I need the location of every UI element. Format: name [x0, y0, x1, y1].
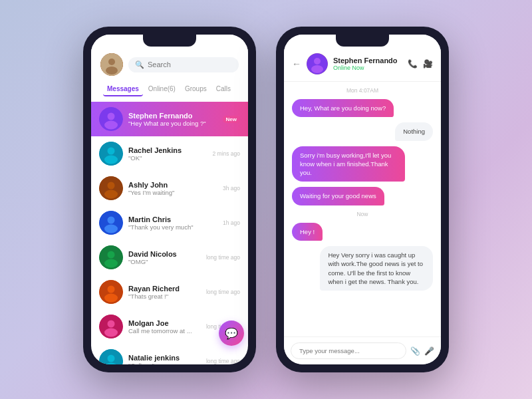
- chat-actions: 📞 🎥: [408, 59, 433, 68]
- tab-groups[interactable]: Groups: [181, 82, 211, 96]
- svg-point-4: [108, 113, 115, 120]
- msg-name-6: Molgan Joe: [128, 319, 201, 327]
- msg-name-2: Ashly John: [128, 181, 217, 189]
- msg-meta-0: New: [223, 116, 240, 123]
- video-call-icon[interactable]: 🎥: [423, 59, 433, 68]
- svg-point-16: [108, 251, 115, 259]
- msg-avatar-circle-1: [99, 142, 123, 166]
- svg-point-10: [108, 182, 115, 190]
- chat-contact-avatar: [307, 53, 328, 74]
- msg-item-5[interactable]: Rayan Richerd "Thats great !" long time …: [91, 275, 248, 309]
- msg-time-5: long time ago: [206, 289, 240, 295]
- msg-preview-1: "OK": [128, 154, 207, 162]
- msg-time-4: long time ago: [206, 254, 240, 261]
- left-notch: [143, 35, 196, 47]
- tab-online[interactable]: Online(6): [144, 82, 180, 96]
- svg-point-17: [104, 259, 118, 268]
- msg-avatar-6: [99, 315, 123, 338]
- msg-meta-2: 3h ago: [223, 185, 240, 192]
- tabs-row: Messages Online(6) Groups Calls: [100, 82, 239, 96]
- msg-item-2[interactable]: Ashly John "Yes I'm waiting" 3h ago: [91, 171, 248, 205]
- bubble-sent-2: Sorry i'm busy working,I'll let you know…: [292, 146, 405, 182]
- svg-point-11: [104, 190, 118, 199]
- left-screen: 🔍 Messages Online(6) Groups Calls: [91, 35, 248, 364]
- compose-icon: 💬: [225, 327, 238, 340]
- msg-content-0: Stephen Fernando "Hey What are you doing…: [128, 112, 217, 127]
- msg-time-1: 2 mins ago: [212, 150, 240, 157]
- msg-item-4[interactable]: David Nicolos "OMG" long time ago: [91, 240, 248, 275]
- svg-point-20: [104, 294, 118, 303]
- message-input[interactable]: [291, 342, 406, 359]
- msg-preview-4: "OMG": [128, 258, 201, 265]
- tab-calls[interactable]: Calls: [212, 82, 235, 96]
- compose-button[interactable]: 💬: [219, 321, 244, 346]
- msg-content-6: Molgan Joe Call me tomorrow at ...: [128, 319, 201, 334]
- msg-name-1: Rachel Jenkins: [128, 146, 207, 154]
- msg-name-3: Martin Chris: [128, 215, 217, 223]
- msg-avatar-circle-6: [99, 315, 123, 338]
- msg-content-2: Ashly John "Yes I'm waiting": [128, 181, 217, 196]
- chat-timestamp: Mon 4:07AM: [292, 87, 433, 94]
- svg-point-1: [108, 59, 115, 65]
- svg-point-29: [311, 65, 323, 73]
- search-bar[interactable]: 🔍: [128, 57, 239, 72]
- msg-preview-3: "Thank you very much": [128, 223, 217, 231]
- bubble-received-1: Nothing: [395, 122, 433, 140]
- msg-content-5: Rayan Richerd "Thats great !": [128, 285, 201, 300]
- msg-badge-0: New: [223, 116, 240, 123]
- msg-content-1: Rachel Jenkins "OK": [128, 146, 207, 162]
- user-avatar-circle: [100, 53, 123, 76]
- msg-content-3: Martin Chris "Thank you very much": [128, 215, 217, 231]
- left-phone: 🔍 Messages Online(6) Groups Calls: [83, 27, 256, 372]
- msg-time-3: 1h ago: [223, 219, 240, 226]
- msg-avatar-1: [99, 142, 123, 166]
- msg-meta-4: long time ago: [206, 254, 240, 261]
- msg-meta-3: 1h ago: [223, 219, 240, 226]
- bubble-sent-3: Waiting for your good news: [292, 187, 384, 205]
- right-notch: [336, 35, 389, 47]
- msg-avatar-circle-0: [99, 107, 123, 131]
- svg-point-22: [108, 321, 115, 328]
- svg-point-19: [108, 286, 115, 293]
- msg-preview-0: "Hey What are you doing ?": [128, 120, 217, 127]
- msg-name-7: Natalie jenkins: [128, 354, 201, 362]
- msg-avatar-7: [99, 349, 123, 364]
- msg-content-7: Natalie jenkins "Call me": [128, 354, 201, 365]
- svg-point-23: [104, 329, 118, 337]
- msg-time-2: 3h ago: [223, 185, 240, 192]
- tab-messages[interactable]: Messages: [103, 82, 143, 96]
- svg-point-28: [314, 58, 321, 65]
- svg-point-13: [108, 217, 115, 224]
- msg-avatar-0: [99, 107, 123, 131]
- msg-avatar-circle-3: [99, 211, 123, 235]
- avatar-search-row: 🔍: [100, 53, 239, 76]
- msg-name-0: Stephen Fernando: [128, 112, 217, 120]
- msg-avatar-circle-5: [99, 280, 123, 304]
- chat-input-bar: 📎 🎤: [284, 336, 441, 364]
- user-avatar[interactable]: [100, 53, 123, 76]
- search-input[interactable]: [148, 61, 232, 68]
- search-icon: 🔍: [135, 61, 144, 69]
- right-phone: ← Stephen Fernando Online Now 📞 🎥 Mon 4:…: [276, 27, 449, 372]
- msg-meta-7: long time ago: [206, 358, 240, 364]
- call-icon[interactable]: 📞: [408, 59, 418, 68]
- back-button[interactable]: ←: [292, 59, 301, 69]
- microphone-icon[interactable]: 🎤: [424, 346, 434, 356]
- chat-body: Mon 4:07AM Hey, What are you doing now? …: [284, 82, 441, 336]
- msg-preview-7: "Call me": [128, 362, 201, 365]
- msg-item-3[interactable]: Martin Chris "Thank you very much" 1h ag…: [91, 205, 248, 240]
- msg-preview-6: Call me tomorrow at ...: [128, 327, 201, 334]
- msg-time-7: long time ago: [206, 358, 240, 364]
- bubble-received-6: Hey Very sorry i was caught up with work…: [320, 246, 433, 291]
- attachment-icon[interactable]: 📎: [410, 346, 420, 356]
- msg-item-1[interactable]: Rachel Jenkins "OK" 2 mins ago: [91, 136, 248, 171]
- chat-contact-info: Stephen Fernando Online Now: [333, 57, 402, 71]
- msg-item-0[interactable]: Stephen Fernando "Hey What are you doing…: [91, 102, 248, 136]
- chat-contact-status: Online Now: [333, 65, 402, 71]
- msg-avatar-2: [99, 176, 123, 200]
- chat-contact-name: Stephen Fernando: [333, 57, 402, 65]
- msg-item-7[interactable]: Natalie jenkins "Call me" long time ago: [91, 344, 248, 364]
- msg-avatar-5: [99, 280, 123, 304]
- right-screen: ← Stephen Fernando Online Now 📞 🎥 Mon 4:…: [284, 35, 441, 364]
- msg-name-5: Rayan Richerd: [128, 285, 201, 293]
